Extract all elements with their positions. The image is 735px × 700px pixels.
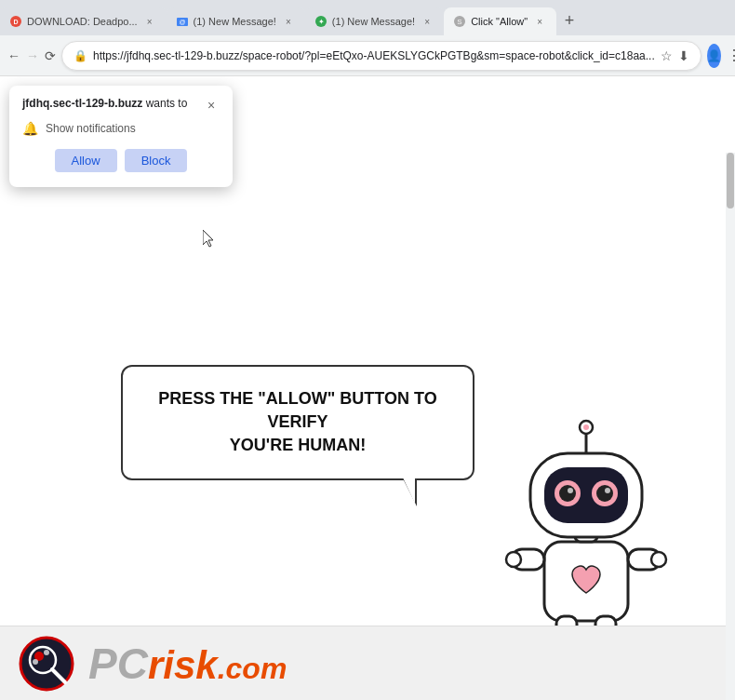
block-button[interactable]: Block <box>125 149 188 172</box>
svg-text:@: @ <box>179 19 185 25</box>
tab-favicon-4: S <box>453 15 466 28</box>
tab-bar: D DOWNLOAD: Deadpo... × @ (1) New Messag… <box>0 0 735 35</box>
robot-svg <box>493 411 679 653</box>
svg-text:D: D <box>13 19 18 25</box>
popup-header: jfdhq.sec-tl-129-b.buzz wants to × <box>22 97 220 114</box>
lock-icon: 🔒 <box>74 49 87 62</box>
tab-close-2[interactable]: × <box>281 14 296 29</box>
pcrisk-com-text: .com <box>218 652 287 685</box>
tab-close-4[interactable]: × <box>532 14 547 29</box>
svg-point-12 <box>506 552 521 567</box>
profile-button[interactable]: 👤 <box>707 44 721 68</box>
download-icon[interactable]: ⬇ <box>678 48 689 63</box>
svg-point-27 <box>583 424 589 430</box>
tab-favicon-3: ✦ <box>314 15 327 28</box>
notification-popup: jfdhq.sec-tl-129-b.buzz wants to × 🔔 Sho… <box>9 86 233 187</box>
tab-close-1[interactable]: × <box>142 14 157 29</box>
svg-text:S: S <box>457 18 461 26</box>
tab-close-3[interactable]: × <box>420 14 434 29</box>
popup-title-rest: wants to <box>142 97 187 110</box>
tab-label-3: (1) New Message! <box>332 16 415 27</box>
new-tab-button[interactable]: + <box>556 7 582 34</box>
allow-button[interactable]: Allow <box>55 149 117 172</box>
tab-favicon-2: @ <box>176 15 189 28</box>
cursor <box>203 230 214 247</box>
svg-point-23 <box>596 485 613 502</box>
pcrisk-icon <box>19 636 74 692</box>
url-text: https://jfdhq.sec-tl-129-b.buzz/space-ro… <box>93 49 655 62</box>
tab-label-2: (1) New Message! <box>194 16 276 27</box>
page-content: jfdhq.sec-tl-129-b.buzz wants to × 🔔 Sho… <box>0 76 735 700</box>
address-bar: ← → ⟳ 🔒 https://jfdhq.sec-tl-129-b.buzz/… <box>0 35 735 76</box>
pcrisk-risk-text: risk <box>148 643 218 687</box>
robot-illustration <box>493 411 679 653</box>
tab-label-1: DOWNLOAD: Deadpo... <box>27 16 138 27</box>
svg-point-32 <box>44 650 49 655</box>
popup-notification-row: 🔔 Show notifications <box>22 121 220 136</box>
svg-point-24 <box>605 488 610 493</box>
profile-icon: 👤 <box>707 49 721 62</box>
tab-download[interactable]: D DOWNLOAD: Deadpo... × <box>0 7 167 35</box>
tab-click-allow[interactable]: S Click "Allow" × <box>444 7 556 35</box>
tab-message1[interactable]: @ (1) New Message! × <box>167 7 305 35</box>
browser-frame: D DOWNLOAD: Deadpo... × @ (1) New Messag… <box>0 0 735 700</box>
menu-button[interactable]: ⋮ <box>727 43 735 69</box>
tab-label-4: Click "Allow" <box>471 16 528 27</box>
svg-point-33 <box>33 659 38 665</box>
speech-bubble: PRESS THE "ALLOW" BUTTON TO VERIFY YOU'R… <box>121 365 474 480</box>
scrollbar-thumb[interactable] <box>727 153 734 209</box>
svg-text:✦: ✦ <box>317 18 324 26</box>
popup-close-button[interactable]: × <box>203 97 220 114</box>
popup-buttons: Allow Block <box>22 149 220 172</box>
popup-title: jfdhq.sec-tl-129-b.buzz wants to <box>22 97 187 110</box>
bubble-text: PRESS THE "ALLOW" BUTTON TO VERIFY YOU'R… <box>151 387 445 458</box>
pcrisk-text-container: PCrisk.com <box>88 639 287 689</box>
svg-point-20 <box>559 485 576 502</box>
tab-message2[interactable]: ✦ (1) New Message! × <box>305 7 444 35</box>
bubble-line1: PRESS THE "ALLOW" BUTTON TO VERIFY <box>158 389 436 431</box>
bookmark-icon[interactable]: ☆ <box>661 48 673 63</box>
popup-domain: jfdhq.sec-tl-129-b.buzz <box>22 97 142 110</box>
bubble-line2: YOU'RE HUMAN! <box>230 436 366 454</box>
popup-notification-label: Show notifications <box>46 122 136 135</box>
tab-favicon-1: D <box>9 15 22 28</box>
bell-icon: 🔔 <box>22 121 38 136</box>
pcrisk-pc-text: PC <box>88 639 148 688</box>
pcrisk-logo: PCrisk.com <box>0 626 735 700</box>
svg-point-21 <box>568 488 573 493</box>
url-bar[interactable]: 🔒 https://jfdhq.sec-tl-129-b.buzz/space-… <box>61 41 702 71</box>
scrollbar[interactable] <box>726 153 735 700</box>
forward-button[interactable]: → <box>26 43 39 69</box>
svg-point-13 <box>651 552 666 567</box>
back-button[interactable]: ← <box>7 43 20 69</box>
reload-button[interactable]: ⟳ <box>45 43 56 69</box>
